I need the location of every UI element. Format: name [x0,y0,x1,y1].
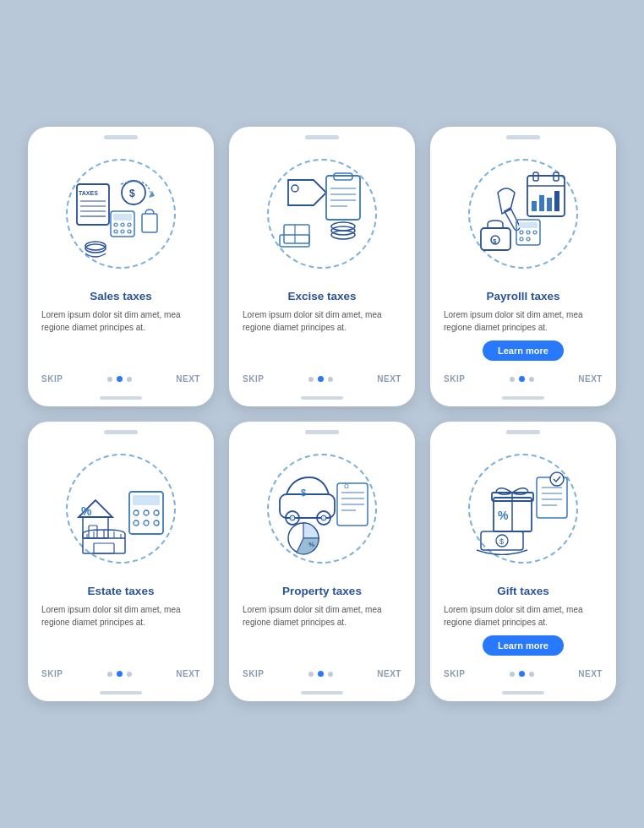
card-property-taxes: $ Ω % Property taxes Lorem ipsum dolor s… [229,422,415,701]
card-title: Gift taxes [444,585,603,597]
card-title: Excise taxes [243,290,401,302]
illustration-estate: % [28,439,214,578]
svg-point-46 [520,237,523,241]
svg-rect-70 [280,494,335,518]
card-gift-taxes: % $ Gift taxes Lorem ipsum dolor sit [430,422,616,701]
svg-rect-7 [113,214,132,221]
phone-top-bar [28,422,214,439]
phone-bottom-bar [430,687,616,701]
svg-point-93 [550,472,564,486]
home-bar [301,396,343,400]
card-title: Payrolll taxes [444,290,603,302]
svg-rect-30 [284,225,309,243]
pagination-dots [107,671,132,677]
svg-point-13 [128,230,131,233]
skip-label[interactable]: SKIP [444,374,465,384]
svg-point-57 [134,510,139,515]
svg-text:$: $ [301,488,306,498]
svg-text:%: % [308,541,314,548]
card-text: Lorem ipsum dolor sit dim amet, mea regi… [41,603,200,629]
dot-3 [328,377,333,382]
svg-point-45 [533,231,537,234]
svg-point-44 [527,231,530,234]
svg-point-20 [292,185,298,192]
svg-text:Ω: Ω [344,482,349,490]
skip-label[interactable]: SKIP [41,669,63,678]
next-label[interactable]: NEXT [176,669,200,678]
svg-point-60 [134,520,139,526]
svg-point-11 [114,230,117,233]
pagination-dots [510,376,534,382]
phone-speaker [506,430,540,434]
next-label[interactable]: NEXT [377,374,401,384]
skip-label[interactable]: SKIP [243,669,264,678]
card-text: Lorem ipsum dolor sit dim amet, mea regi… [243,603,401,629]
skip-label[interactable]: SKIP [41,374,63,384]
phone-bottom-bar [28,687,214,701]
dot-3 [127,377,132,382]
excise-taxes-icon [271,167,373,260]
svg-rect-36 [554,172,559,181]
dot-3 [529,377,534,382]
phone-bottom-bar [430,392,616,406]
svg-rect-21 [326,176,360,220]
skip-label[interactable]: SKIP [444,669,465,678]
estate-taxes-icon: % [70,462,172,555]
next-label[interactable]: NEXT [578,374,603,384]
next-label[interactable]: NEXT [176,374,200,384]
svg-point-10 [128,223,131,226]
svg-text:%: % [498,509,509,522]
illustration-payroll: $ [430,144,616,283]
pagination-dots [308,671,333,677]
card-title: Property taxes [243,585,401,597]
dot-1 [107,672,112,677]
payroll-taxes-icon: $ [472,167,574,260]
card-bottom: SKIP NEXT [430,369,616,392]
dot-1 [308,377,314,382]
home-bar [502,691,544,695]
svg-rect-42 [519,222,538,228]
card-sales-taxes: TAXES $ [28,127,214,406]
dot-3 [529,672,534,677]
dot-3 [127,672,132,677]
svg-text:$: $ [499,537,504,546]
pagination-dots [107,376,132,382]
svg-point-59 [154,510,159,515]
card-content: Excise taxes Lorem ipsum dolor sit dim a… [229,283,415,369]
gift-taxes-icon: % $ [472,462,574,555]
dot-3 [328,672,333,677]
phone-top-bar [430,422,616,439]
home-bar [301,691,343,695]
svg-rect-40 [554,191,559,211]
card-excise-taxes: Excise taxes Lorem ipsum dolor sit dim a… [229,127,415,406]
learn-more-button[interactable]: Learn more [483,635,564,656]
card-content: Estate taxes Lorem ipsum dolor sit dim a… [28,578,214,664]
next-label[interactable]: NEXT [578,669,603,678]
skip-label[interactable]: SKIP [243,374,264,384]
home-bar [502,396,544,400]
svg-text:$: $ [129,188,135,199]
svg-rect-35 [533,172,538,181]
dot-1 [107,377,112,382]
dot-1 [510,672,515,677]
svg-rect-22 [334,173,352,180]
svg-point-43 [520,231,523,234]
phone-speaker [506,135,540,139]
card-bottom: SKIP NEXT [229,369,415,392]
illustration-sales: TAXES $ [28,144,214,283]
next-label[interactable]: NEXT [377,669,401,678]
card-estate-taxes: % Esta [28,422,214,701]
phone-top-bar [229,422,415,439]
card-bottom: SKIP NEXT [430,664,616,687]
card-title: Estate taxes [41,585,200,597]
card-content: Property taxes Lorem ipsum dolor sit dim… [229,578,415,664]
svg-rect-17 [142,214,157,232]
svg-rect-39 [547,198,552,211]
phone-top-bar [430,127,616,144]
svg-rect-38 [539,195,544,211]
card-title: Sales taxes [41,290,200,302]
card-content: Payrolll taxes Lorem ipsum dolor sit dim… [430,283,616,369]
card-text: Lorem ipsum dolor sit dim amet, mea regi… [41,308,200,334]
home-bar [100,691,142,695]
learn-more-button[interactable]: Learn more [483,340,564,361]
